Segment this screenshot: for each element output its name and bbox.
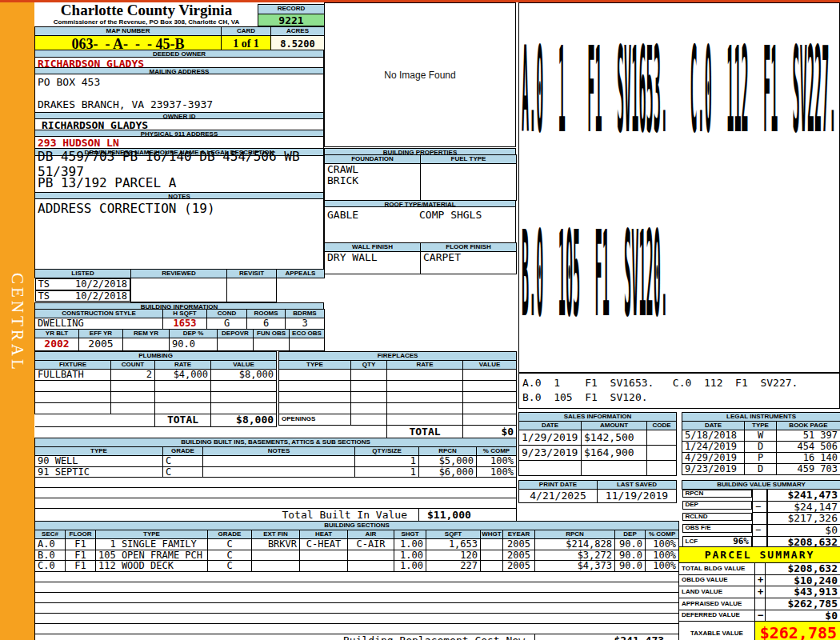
empty-cell (35, 380, 111, 391)
table-row: 1/24/2019 D 454 506 (682, 442, 840, 453)
map-number-label: MAP NUMBER (35, 27, 222, 36)
col-comp: % COMP (646, 530, 679, 539)
fireplaces-total-value: $0 (463, 426, 517, 438)
table-row: 4/29/2019 P 16 140 (682, 453, 840, 464)
replacement-cost-label: Building Replacement Cost New (35, 634, 535, 640)
plumbing-value: $8,000 (211, 370, 277, 381)
table-row: OBS F/E − $0 (682, 524, 840, 536)
effyr-value: 2005 (79, 338, 123, 350)
funobs-value (254, 338, 290, 350)
sec: C.0 (35, 561, 66, 572)
vs-op: − (753, 524, 767, 536)
vs-op (753, 490, 767, 502)
bdrms-label: BDRMS (286, 310, 325, 318)
reviewed-by: TS (38, 291, 50, 302)
whgt (481, 550, 503, 561)
dep: 90.0 (615, 539, 646, 550)
print-date-value: 4/21/2025 (519, 490, 598, 503)
empty-cell (279, 370, 351, 381)
remyr-label: REM YR (123, 329, 170, 338)
air: C-AIR (348, 539, 394, 550)
wall-finish-label: WALL FINISH (325, 243, 421, 252)
sketch-legend-line1: A.0 1 F1 SV1653. C.0 112 F1 SV227. (522, 376, 836, 390)
fuel-label: FUEL TYPE (421, 155, 517, 164)
sketch-vector-label-1: A.0 1 F1 SV1653. C.0 112 F1 SV227. (522, 21, 837, 161)
plumbing-rate: $4,000 (155, 370, 211, 381)
sale-amount: $164,900 (582, 446, 647, 461)
building-value-summary: BUILDING VALUE SUMMARY RPCN $241,473 DEP… (682, 480, 840, 548)
empty-cell (35, 402, 111, 414)
cond-label: COND (207, 310, 247, 318)
foundation-value: CRAWLBRICK (325, 164, 421, 201)
openings-label: OPENINGS (279, 414, 351, 426)
ps-label: LAND VALUE (679, 586, 755, 598)
col-air: AIR (348, 530, 394, 539)
col-extfin: EXT FIN (252, 530, 300, 539)
vs-label: LCF (686, 538, 698, 545)
inst-bookpage: 459 703 (777, 464, 840, 475)
sketch-legend: A.0 1 F1 SV1653. C.0 112 F1 SV227. B.0 1… (518, 373, 840, 409)
yrblt-label: YR BLT (35, 329, 79, 338)
floor-finish-value: CARPET (421, 252, 517, 274)
table-row: RCLND $217,326 (682, 513, 840, 525)
ps-label: TOTAL BLDG VALUE (679, 563, 755, 575)
vs-label: DEP (686, 502, 698, 508)
fireplaces-total-label: TOTAL (387, 426, 463, 438)
listed-label: LISTED (35, 270, 131, 278)
ps-value: $262,785 (766, 598, 840, 610)
region-sidebar: CENTRAL (0, 2, 34, 640)
table-row: OBLDG VALUE + $10,240 (679, 574, 840, 586)
table-row: APPRAISED VALUE $262,785 (679, 598, 840, 610)
table-row: 91 SEPTIC C 1 $6,000 100% (35, 466, 517, 478)
empty-cell (279, 381, 351, 392)
building-properties: BUILDING PROPERTIES FOUNDATION FUEL TYPE… (324, 149, 516, 274)
ps-op (755, 598, 766, 610)
table-row: A.0 F1 1 SINGLE FAMILY C BRKVR C-HEAT C-… (35, 539, 679, 550)
revisit-value (131, 278, 227, 302)
photo-placeholder: No Image Found (324, 2, 516, 147)
type: 1 SINGLE FAMILY (96, 539, 208, 550)
builtin-comp: 100% (477, 466, 517, 478)
dep: 90.0 (615, 550, 646, 561)
empty-row (35, 571, 679, 582)
empty-cell (351, 403, 387, 414)
fireplaces-col-qty: QTY (351, 361, 387, 370)
heat: C-HEAT (300, 539, 348, 550)
type: 105 OPEN FRAME PCH (96, 550, 208, 561)
foundation-label: FOUNDATION (325, 155, 421, 164)
inst-bookpage: 16 140 (777, 453, 840, 464)
vs-label: RCLND (686, 514, 708, 520)
reviewed-value: TS10/2/2018 (35, 290, 131, 302)
builtin-notes (203, 466, 355, 478)
shgt: 1.00 (394, 561, 426, 572)
dep: 90.0 (615, 561, 646, 572)
last-saved-label: LAST SAVED (598, 481, 677, 490)
plumbing-total-label: TOTAL (155, 414, 211, 426)
print-date-label: PRINT DATE (519, 481, 598, 490)
yrblt-value: 2002 (35, 338, 79, 350)
building-sections-table: BUILDING SECTIONS SEC# FLOOR TYPE GRADE … (34, 521, 679, 640)
region-label: CENTRAL (7, 273, 27, 373)
inst-date: 4/29/2019 (682, 453, 745, 464)
empty-cell (463, 392, 517, 403)
empty-row (35, 592, 679, 602)
inst-date: 1/24/2019 (682, 442, 745, 453)
plumbing-total-value: $8,000 (211, 414, 277, 426)
table-row: 1/29/2019 $142,500 (519, 430, 677, 446)
listed-value: TS10/2/2018 (35, 278, 131, 290)
vs-value: $217,326 (767, 513, 840, 525)
col-grade: GRADE (208, 530, 252, 539)
plumbing-col-value: VALUE (211, 361, 277, 370)
plumbing-table: PLUMBING FIXTURE COUNT RATE VALUE FULLBA… (34, 351, 277, 427)
extfin: BRKVR (252, 539, 300, 550)
empty-row (35, 488, 517, 498)
replacement-cost-value: $241,473 (535, 634, 679, 640)
vs-op (753, 513, 767, 525)
last-saved-value: 11/19/2019 (598, 490, 677, 503)
eyear: 2005 (503, 561, 535, 572)
builtins-title: BUILDING BUILT INS, BASEMENTS, ATTICS & … (35, 438, 517, 447)
ps-value: $208,632 (766, 563, 840, 575)
inst-bookpage: 454 506 (777, 442, 840, 453)
col-type: TYPE (96, 530, 208, 539)
sketch-canvas: A.0 1 F1 SV1653. C.0 112 F1 SV227. B.0 1… (518, 2, 840, 373)
